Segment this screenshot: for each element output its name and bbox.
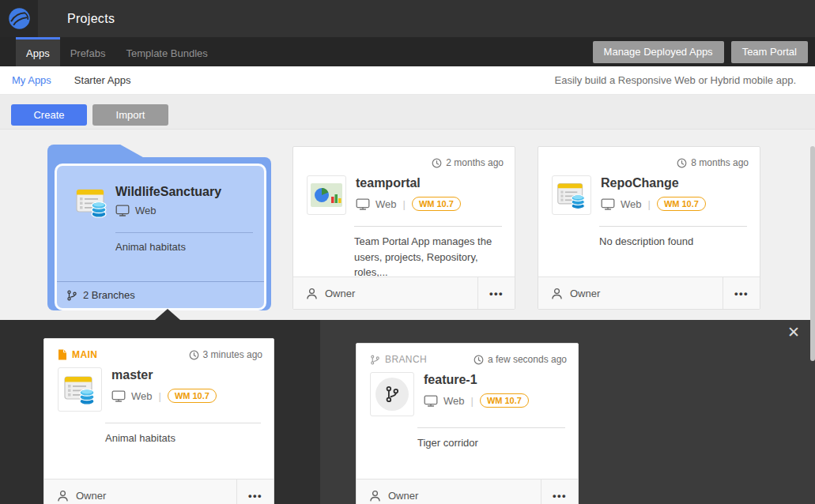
card-top-row: MAIN 3 minutes ago bbox=[44, 339, 274, 360]
platform-row: Web | WM 10.7 bbox=[111, 389, 217, 403]
card-main-row: teamportal Web | WM 10.7 bbox=[293, 168, 515, 215]
more-menu-button[interactable]: ••• bbox=[477, 277, 515, 309]
platform-label: Web bbox=[621, 198, 642, 210]
wm-version-badge: WM 10.7 bbox=[168, 389, 217, 403]
person-icon bbox=[369, 490, 381, 502]
branch-title: master bbox=[111, 367, 217, 382]
card-info: teamportal Web | WM 10.7 bbox=[356, 175, 461, 215]
card-main-row: feature-1 Web | WM 10.7 bbox=[357, 365, 578, 416]
project-description: Animal habitats bbox=[115, 241, 253, 253]
branch-card-feature-1[interactable]: BRANCH a few seconds ago feature-1 bbox=[356, 343, 579, 504]
divider bbox=[115, 232, 253, 233]
wm-version-badge: WM 10.7 bbox=[412, 197, 461, 211]
platform-label: Web bbox=[443, 395, 465, 407]
main-label-text: MAIN bbox=[72, 349, 97, 360]
project-description: No description found bbox=[599, 234, 747, 250]
tab-template-bundles[interactable]: Template Bundles bbox=[115, 37, 217, 66]
card-footer: Owner ••• bbox=[293, 276, 515, 309]
person-icon bbox=[57, 490, 69, 502]
clock-icon bbox=[432, 158, 442, 168]
project-card-wildlifesanctuary[interactable]: WildlifeSanctuary Web Animal habitats bbox=[47, 145, 271, 310]
divider bbox=[354, 226, 502, 227]
owner-label: Owner bbox=[357, 480, 541, 504]
project-title: RepoChange bbox=[601, 175, 706, 190]
more-menu-button[interactable]: ••• bbox=[236, 480, 274, 504]
time-label: a few seconds ago bbox=[488, 354, 567, 365]
monitor-icon bbox=[601, 198, 615, 210]
person-icon bbox=[306, 288, 318, 299]
team-portal-button[interactable]: Team Portal bbox=[731, 41, 808, 63]
last-modified-time: a few seconds ago bbox=[474, 354, 567, 365]
manage-deployed-apps-button[interactable]: Manage Deployed Apps bbox=[593, 41, 724, 63]
more-menu-button[interactable]: ••• bbox=[723, 277, 760, 309]
owner-label: Owner bbox=[293, 277, 477, 309]
branch-title: feature-1 bbox=[424, 372, 529, 387]
vertical-scrollbar[interactable] bbox=[810, 146, 815, 361]
toolbar-row: Create Import bbox=[0, 95, 815, 130]
import-button[interactable]: Import bbox=[92, 104, 168, 126]
card-footer: Owner ••• bbox=[357, 479, 578, 504]
wave-logo-icon bbox=[7, 6, 32, 31]
owner-label: Owner bbox=[44, 480, 236, 504]
panel-pointer-arrow bbox=[155, 309, 180, 320]
card-top-row: BRANCH a few seconds ago bbox=[357, 344, 578, 365]
main-tab-bar: Apps Prefabs Template Bundles Manage Dep… bbox=[0, 37, 815, 66]
more-menu-button[interactable]: ••• bbox=[541, 480, 578, 504]
card-info: feature-1 Web | WM 10.7 bbox=[424, 372, 529, 416]
owner-label: Owner bbox=[538, 277, 723, 309]
tabbar-actions: Manage Deployed Apps Team Portal bbox=[593, 37, 815, 66]
project-card-teamportal[interactable]: 2 months ago teamportal bbox=[292, 146, 515, 310]
branches-count: 2 Branches bbox=[83, 289, 135, 301]
wm-version-badge: WM 10.7 bbox=[657, 197, 706, 211]
clock-icon bbox=[677, 158, 687, 168]
app-window-database-icon bbox=[74, 185, 109, 220]
branches-footer[interactable]: 2 Branches bbox=[57, 281, 264, 308]
time-label: 8 months ago bbox=[691, 157, 749, 168]
app-chart-icon bbox=[307, 175, 346, 215]
platform-row: Web | WM 10.7 bbox=[424, 393, 529, 408]
folder-inner-card: WildlifeSanctuary Web Animal habitats bbox=[55, 164, 266, 310]
branch-card-master[interactable]: MAIN 3 minutes ago bbox=[43, 338, 274, 504]
card-info: master Web | WM 10.7 bbox=[111, 367, 217, 412]
project-description: Team Portal App manages the users, proje… bbox=[354, 234, 502, 280]
apps-sub-nav: My Apps Starter Apps Easily build a Resp… bbox=[0, 66, 815, 95]
branch-badge: BRANCH bbox=[370, 354, 427, 365]
time-label: 2 months ago bbox=[446, 157, 504, 168]
git-branch-icon bbox=[370, 355, 380, 365]
clock-icon bbox=[474, 355, 484, 365]
folder-card-head: WildlifeSanctuary Web bbox=[57, 166, 264, 220]
wavemaker-logo[interactable] bbox=[0, 0, 38, 37]
card-top-row: 2 months ago bbox=[293, 147, 515, 168]
last-modified-time: 8 months ago bbox=[677, 157, 749, 168]
project-card-repochange[interactable]: 8 months ago bbox=[538, 146, 760, 310]
owner-text: Owner bbox=[76, 490, 106, 502]
project-title: WildlifeSanctuary bbox=[115, 185, 221, 199]
subnav-item-starter-apps[interactable]: Starter Apps bbox=[74, 74, 131, 86]
ellipsis-icon: ••• bbox=[734, 288, 749, 299]
ellipsis-icon: ••• bbox=[489, 288, 504, 299]
app-window-database-icon bbox=[58, 367, 102, 412]
card-main-row: RepoChange Web | WM 10.7 bbox=[538, 168, 760, 215]
card-footer: Owner ••• bbox=[44, 479, 274, 504]
branch-label-text: BRANCH bbox=[385, 354, 427, 365]
ellipsis-icon: ••• bbox=[553, 490, 567, 502]
main-branch-badge: MAIN bbox=[58, 349, 97, 360]
separator: | bbox=[159, 390, 161, 402]
close-icon: ✕ bbox=[787, 324, 800, 340]
ellipsis-icon: ••• bbox=[248, 490, 262, 502]
clock-icon bbox=[189, 350, 199, 360]
tab-apps[interactable]: Apps bbox=[16, 37, 60, 66]
card-main-row: master Web | WM 10.7 bbox=[44, 360, 274, 412]
create-button[interactable]: Create bbox=[11, 104, 87, 126]
platform-row: Web | WM 10.7 bbox=[356, 197, 461, 211]
projects-screen: Projects Apps Prefabs Template Bundles M… bbox=[0, 0, 815, 504]
branch-description: Animal habitats bbox=[105, 431, 261, 446]
subnav-item-my-apps[interactable]: My Apps bbox=[12, 74, 51, 86]
platform-label: Web bbox=[375, 198, 397, 210]
page-title: Projects bbox=[67, 12, 115, 26]
file-icon bbox=[58, 349, 67, 360]
divider bbox=[417, 427, 565, 428]
tab-prefabs[interactable]: Prefabs bbox=[60, 37, 116, 66]
close-panel-button[interactable]: ✕ bbox=[783, 324, 805, 340]
wm-version-badge: WM 10.7 bbox=[480, 393, 529, 408]
